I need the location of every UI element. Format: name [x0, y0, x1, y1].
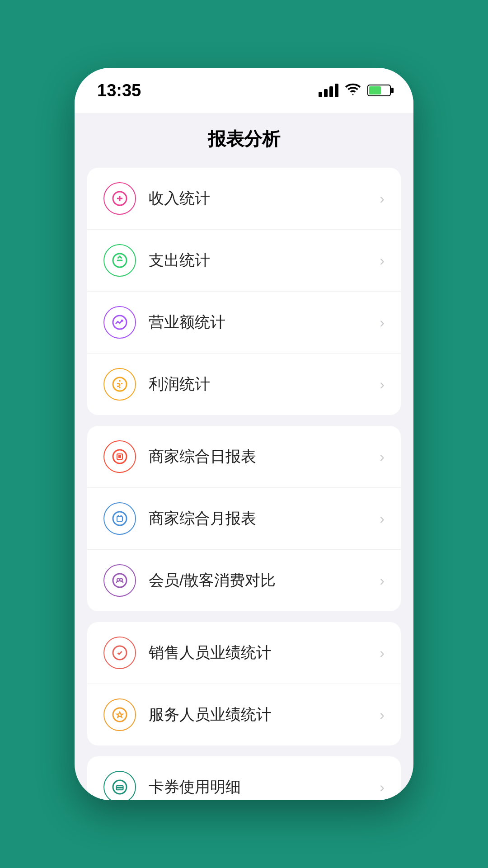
- card-usage-label: 卡券使用明细: [149, 777, 375, 797]
- status-bar: 13:35: [75, 68, 413, 113]
- list-item-revenue[interactable]: 营业额统计 ›: [87, 292, 401, 354]
- monthly-report-icon: [103, 502, 136, 535]
- daily-report-chevron: ›: [380, 448, 385, 465]
- list-item-member-compare[interactable]: 会员/散客消费对比 ›: [87, 550, 401, 611]
- member-compare-icon: [103, 564, 136, 597]
- sales-staff-icon: [103, 637, 136, 669]
- svg-point-12: [113, 512, 127, 525]
- profit-chevron: ›: [380, 376, 385, 393]
- list-item-monthly-report[interactable]: 商家综合月报表 ›: [87, 488, 401, 550]
- sales-staff-chevron: ›: [380, 645, 385, 661]
- monthly-report-chevron: ›: [380, 510, 385, 527]
- list-group-1: 收入统计 › 支出统计 ›: [87, 168, 401, 415]
- list-item-expense[interactable]: 支出统计 ›: [87, 230, 401, 292]
- list-item-card-usage[interactable]: 卡券使用明细 ›: [87, 756, 401, 800]
- profit-label: 利润统计: [149, 374, 375, 395]
- svg-point-0: [352, 94, 354, 95]
- list-item-income[interactable]: 收入统计 ›: [87, 168, 401, 230]
- profit-icon: [103, 368, 136, 401]
- member-compare-label: 会员/散客消费对比: [149, 570, 375, 591]
- list-group-3: 销售人员业绩统计 › 服务人员业绩统计 ›: [87, 622, 401, 745]
- signal-icon: [319, 84, 338, 97]
- page-title-bar: 报表分析: [75, 113, 413, 160]
- service-staff-icon: [103, 698, 136, 731]
- member-compare-chevron: ›: [380, 572, 385, 589]
- phone-frame: 13:35 报表分析: [75, 68, 413, 800]
- content-area: 收入统计 › 支出统计 ›: [75, 160, 413, 800]
- list-item-profit[interactable]: 利润统计 ›: [87, 354, 401, 415]
- list-group-2: 商家综合日报表 › 商家综合月报表 ›: [87, 426, 401, 611]
- daily-report-label: 商家综合日报表: [149, 446, 375, 467]
- expense-chevron: ›: [380, 252, 385, 269]
- income-icon: [103, 182, 136, 215]
- status-icons: [319, 81, 391, 100]
- svg-point-20: [113, 708, 127, 722]
- card-usage-icon: [103, 771, 136, 800]
- status-time: 13:35: [97, 81, 141, 100]
- battery-icon: [367, 85, 391, 96]
- expense-label: 支出统计: [149, 250, 375, 271]
- revenue-label: 营业额统计: [149, 312, 375, 333]
- sales-staff-label: 销售人员业绩统计: [149, 642, 375, 663]
- monthly-report-label: 商家综合月报表: [149, 508, 375, 529]
- list-item-sales-staff[interactable]: 销售人员业绩统计 ›: [87, 622, 401, 684]
- income-label: 收入统计: [149, 188, 375, 209]
- svg-rect-13: [117, 517, 122, 522]
- page-title: 报表分析: [75, 127, 413, 151]
- income-chevron: ›: [380, 190, 385, 207]
- list-group-4: 卡券使用明细 ›: [87, 756, 401, 800]
- card-usage-chevron: ›: [380, 779, 385, 796]
- service-staff-chevron: ›: [380, 707, 385, 723]
- revenue-chevron: ›: [380, 314, 385, 331]
- wifi-icon: [345, 81, 361, 100]
- daily-report-icon: [103, 440, 136, 473]
- list-item-service-staff[interactable]: 服务人员业绩统计 ›: [87, 684, 401, 745]
- revenue-icon: [103, 306, 136, 339]
- list-item-daily-report[interactable]: 商家综合日报表 ›: [87, 426, 401, 488]
- service-staff-label: 服务人员业绩统计: [149, 704, 375, 725]
- expense-icon: [103, 244, 136, 277]
